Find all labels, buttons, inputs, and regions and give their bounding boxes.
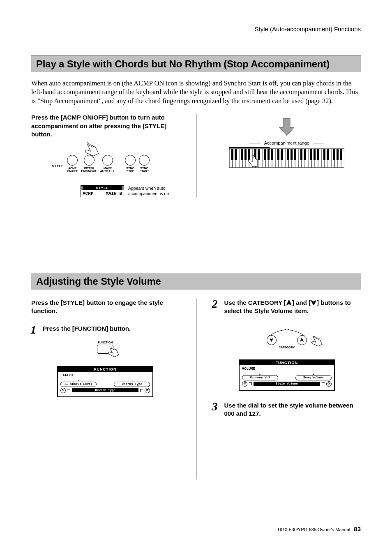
svg-rect-42	[264, 149, 266, 160]
pill-left: Harmony Vol	[242, 375, 278, 380]
two-column-layout-2: Press the [STYLE] button to engage the s…	[31, 299, 361, 479]
knob-left-icon: ⟲	[242, 381, 247, 387]
pill-left: S. Chorus Level	[60, 382, 97, 387]
acmp-instruction: Press the [ACMP ON/OFF] button to turn a…	[31, 113, 180, 138]
knob-left-icon: ⟲	[60, 388, 66, 393]
style-label: STYLE	[52, 164, 64, 173]
svg-rect-36	[235, 149, 237, 160]
button-panel-figure: STYLE ACMP ON/OFF INTRO/ ENDING/rit. MAI…	[52, 155, 175, 173]
column-divider	[196, 113, 196, 197]
svg-rect-41	[258, 149, 260, 160]
svg-point-64	[288, 329, 289, 330]
svg-rect-44	[271, 149, 273, 160]
step-3: 3 Use the dial to set the style volume b…	[213, 401, 361, 418]
sync-start-button: SYNC START	[139, 155, 150, 173]
left-column-2: Press the [STYLE] button to engage the s…	[31, 299, 180, 479]
svg-rect-37	[241, 149, 243, 160]
lcd-header: FUNCTION	[58, 367, 152, 372]
two-column-layout: Press the [ACMP ON/OFF] button to turn a…	[31, 113, 361, 197]
category-up-icon: ⮝	[286, 299, 292, 306]
selected-item: Reverb Type	[72, 388, 138, 392]
arrow-down-icon	[279, 117, 295, 136]
step-number-1: 1	[30, 322, 36, 338]
page-header: Style (Auto-accompaniment) Functions	[255, 25, 361, 32]
category-up-button: ⮝	[297, 335, 307, 345]
function-button	[97, 345, 113, 354]
svg-rect-49	[294, 149, 296, 160]
page: Style (Auto-accompaniment) Functions Pla…	[0, 0, 392, 555]
function-lcd-b: FUNCTION VOLUME ▴ Harmony Vol ▴ Song Vol…	[239, 359, 335, 391]
svg-rect-55	[323, 149, 325, 160]
step-number-3: 3	[212, 399, 218, 415]
svg-rect-47	[287, 149, 289, 160]
lcd-header: FUNCTION	[240, 360, 334, 365]
step-2-text-b: ] and [	[292, 299, 311, 306]
lcd-main-indicator: MAIN B	[106, 191, 122, 196]
left-column: Press the [ACMP ON/OFF] button to turn a…	[31, 113, 180, 197]
sync-stop-button: SYNC STOP	[125, 155, 136, 173]
lcd-screen: STYLE ACMP MAIN B	[81, 185, 124, 197]
category-down-icon: ⮟	[311, 299, 317, 306]
lcd-header: STYLE	[81, 186, 124, 190]
keyboard-figure: Accompaniment range	[213, 117, 361, 172]
pill-right: Chorus Type	[114, 382, 150, 387]
right-column-2: 2 Use the CATEGORY [⮝] and [⮟] buttons t…	[213, 299, 361, 479]
category-down-button: ⮟	[267, 335, 277, 345]
selected-item: Style Volume	[254, 382, 320, 386]
right-column: Accompaniment range	[213, 113, 361, 197]
svg-rect-50	[300, 149, 302, 160]
svg-rect-53	[314, 149, 316, 160]
intro-paragraph: When auto accompaniment is on (the ACMP …	[31, 79, 361, 105]
lcd-caption: Appears when auto accompaniment is on	[128, 186, 173, 196]
lcd-acmp-indicator: ACMP	[83, 191, 93, 196]
acmp-onoff-button: ACMP ON/OFF	[67, 155, 78, 173]
function-label: FUNCTION	[31, 341, 180, 344]
pill-right: Song Volume	[295, 375, 332, 380]
section-title: Play a Style with Chords but No Rhythm (…	[36, 58, 356, 70]
svg-rect-45	[277, 149, 279, 160]
section-style-volume: Adjusting the Style Volume Press the [ST…	[31, 273, 361, 479]
hand-pointer-icon	[105, 345, 123, 363]
section-stop-accompaniment: Play a Style with Chords but No Rhythm (…	[31, 55, 361, 197]
lcd-tag: EFFECT	[60, 373, 150, 378]
step-3-text: Use the dial to set the style volume bet…	[224, 402, 353, 417]
knob-right-icon: ⟳	[145, 388, 150, 393]
svg-rect-52	[310, 149, 312, 160]
svg-rect-38	[244, 149, 247, 160]
section-title-bar-2: Adjusting the Style Volume	[31, 273, 361, 290]
svg-rect-57	[333, 149, 335, 160]
svg-rect-43	[267, 149, 270, 160]
svg-rect-59	[340, 149, 342, 160]
step-1: 1 Press the [FUNCTION] button.	[31, 325, 180, 333]
svg-rect-46	[281, 149, 283, 160]
manual-title: DGX-630/YPG-635 Owner's Manual	[278, 527, 350, 532]
keyboard-illustration	[229, 147, 344, 172]
svg-rect-58	[337, 149, 339, 160]
svg-rect-39	[248, 149, 250, 160]
function-lcd-a: FUNCTION EFFECT ▴ S. Chorus Level ▴ Chor…	[57, 366, 153, 397]
page-number: 83	[354, 525, 361, 532]
svg-rect-48	[291, 149, 293, 160]
svg-rect-35	[231, 149, 233, 160]
lcd-display-figure: STYLE ACMP MAIN B Appears when auto acco…	[81, 185, 180, 197]
lcd-tag: VOLUME	[242, 367, 332, 371]
hand-pointer-icon	[308, 334, 326, 352]
step-2: 2 Use the CATEGORY [⮝] and [⮟] buttons t…	[213, 299, 361, 315]
section-title-2: Adjusting the Style Volume	[36, 276, 356, 287]
step-2-text-a: Use the CATEGORY [	[224, 299, 286, 306]
button-row: STYLE ACMP ON/OFF INTRO/ ENDING/rit. MAI…	[52, 155, 175, 173]
function-button-figure: FUNCTION	[31, 341, 180, 354]
category-buttons-figure: ⮟ ⮝ CATEGORY	[250, 325, 324, 349]
svg-rect-56	[327, 149, 329, 160]
svg-rect-51	[304, 149, 306, 160]
page-footer: DGX-630/YPG-635 Owner's Manual 83	[278, 525, 361, 532]
accompaniment-range-label: Accompaniment range	[213, 139, 361, 147]
step-1-text: Press the [FUNCTION] button.	[43, 325, 131, 332]
svg-point-63	[284, 329, 286, 330]
step-number-2: 2	[212, 296, 218, 312]
column-divider-2	[196, 299, 196, 479]
section-title-bar: Play a Style with Chords but No Rhythm (…	[31, 55, 361, 72]
style-instruction: Press the [STYLE] button to engage the s…	[31, 299, 180, 315]
header-rule	[31, 40, 361, 40]
hand-pointer-icon	[80, 140, 104, 165]
